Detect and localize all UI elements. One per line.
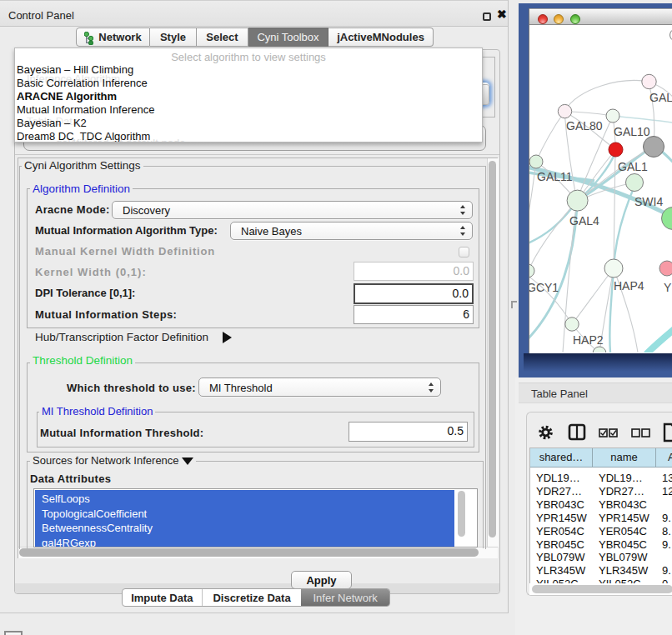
svg-text:GAL10: GAL10 xyxy=(614,125,650,138)
svg-text:GAL4: GAL4 xyxy=(569,214,599,228)
svg-text:SWI4: SWI4 xyxy=(634,195,663,208)
svg-text:HAP2: HAP2 xyxy=(573,333,604,347)
svg-text:HAP4: HAP4 xyxy=(614,279,644,292)
svg-text:GAL7: GAL7 xyxy=(649,91,672,104)
svg-text:GAL80: GAL80 xyxy=(566,119,603,132)
svg-text:GAL11: GAL11 xyxy=(537,170,573,183)
svg-text:GCY1: GCY1 xyxy=(529,281,559,294)
svg-text:GAL1: GAL1 xyxy=(618,160,648,173)
svg-text:Y: Y xyxy=(664,281,672,294)
